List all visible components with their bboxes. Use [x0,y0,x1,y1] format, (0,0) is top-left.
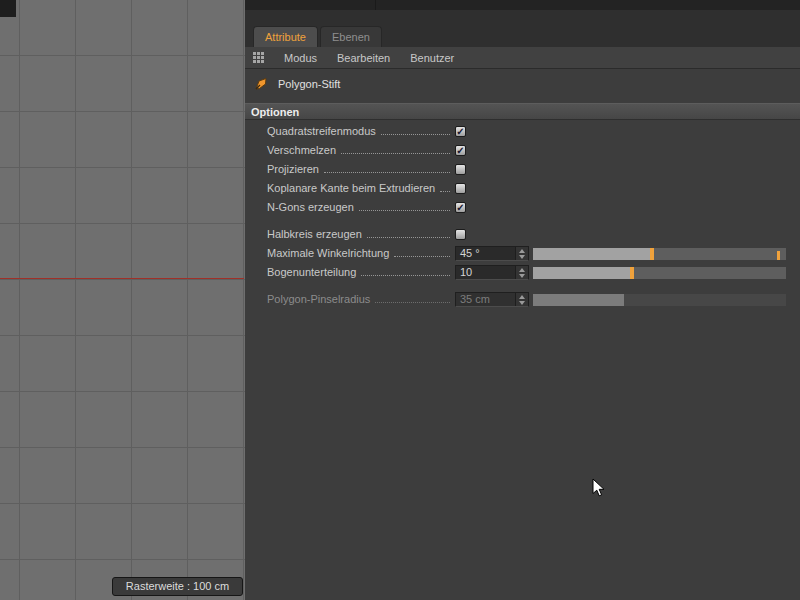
slider-fill [533,267,632,279]
leader-dots [359,210,450,211]
grid-icon[interactable] [253,52,264,63]
pinselradius-field: 35 cm [455,292,529,307]
bogenunterteilung-value[interactable]: 10 [456,266,515,279]
slider-fill [533,294,624,306]
option-label: Projizieren [267,163,319,175]
slider-handle[interactable] [650,248,654,260]
stepper-down-icon[interactable] [519,255,525,259]
checkbox-koplanare-kante[interactable] [455,183,466,194]
leader-dots [324,172,450,173]
pinselradius-slider [533,294,786,306]
option-label: Maximale Winkelrichtung [267,247,389,259]
option-label: N-Gons erzeugen [267,201,354,213]
winkelrichtung-value[interactable]: 45 ° [456,247,515,260]
leader-dots [440,191,450,192]
tool-title: Polygon-Stift [278,78,340,90]
slider-fill [533,248,652,260]
option-row-ngons: N-Gons erzeugen ✓ [245,198,800,217]
panel-top-divider [375,0,376,10]
grid-size-badge: Rasterweite : 100 cm [112,577,243,596]
leader-dots [367,237,450,238]
stepper-control [515,293,528,306]
leader-dots [341,153,450,154]
menu-benutzer[interactable]: Benutzer [410,52,454,64]
option-label: Polygon-Pinselradius [267,293,370,305]
viewport-corner-block [0,0,16,17]
option-row-quadratstreifenmodus: Quadratstreifenmodus ✓ [245,122,800,141]
x-axis-line [0,278,244,279]
section-header-optionen[interactable]: Optionen [245,103,800,120]
mouse-cursor-icon [592,478,605,499]
polygon-pen-icon [253,76,269,92]
bogenunterteilung-field[interactable]: 10 [455,265,529,280]
option-label: Halbkreis erzeugen [267,228,362,240]
menu-modus[interactable]: Modus [284,52,317,64]
winkelrichtung-field[interactable]: 45 ° [455,246,529,261]
tab-ebenen[interactable]: Ebenen [320,26,382,47]
option-row-polygon-pinselradius: Polygon-Pinselradius 35 cm [245,290,800,309]
stepper-up-icon [519,295,525,299]
attribute-manager-panel: Attribute Ebenen Modus Bearbeiten Benutz… [245,0,800,600]
checkbox-ngons[interactable]: ✓ [455,202,466,213]
option-row-maximale-winkelrichtung: Maximale Winkelrichtung 45 ° [245,244,800,263]
slider-end-tick [777,251,780,260]
option-label: Verschmelzen [267,144,336,156]
checkbox-verschmelzen[interactable]: ✓ [455,145,466,156]
menu-bearbeiten[interactable]: Bearbeiten [337,52,390,64]
stepper-control[interactable] [515,266,528,279]
attribute-menubar: Modus Bearbeiten Benutzer [245,47,800,69]
option-row-halbkreis: Halbkreis erzeugen [245,225,800,244]
stepper-down-icon[interactable] [519,274,525,278]
stepper-down-icon [519,301,525,305]
checkbox-projizieren[interactable] [455,164,466,175]
checkbox-halbkreis[interactable] [455,229,466,240]
leader-dots [381,134,450,135]
leader-dots [394,256,450,257]
option-row-bogenunterteilung: Bogenunterteilung 10 [245,263,800,282]
stepper-up-icon[interactable] [519,249,525,253]
panel-tabs: Attribute Ebenen [253,26,382,47]
tool-header: Polygon-Stift [245,72,800,96]
option-row-verschmelzen: Verschmelzen ✓ [245,141,800,160]
viewport-grid[interactable]: Rasterweite : 100 cm [0,0,245,600]
option-label: Koplanare Kante beim Extrudieren [267,182,435,194]
leader-dots [375,302,450,303]
stepper-up-icon[interactable] [519,268,525,272]
option-label: Bogenunterteilung [267,266,356,278]
slider-handle[interactable] [630,267,634,279]
pinselradius-value: 35 cm [456,293,515,306]
tab-attribute[interactable]: Attribute [253,26,318,47]
bogenunterteilung-slider[interactable] [533,267,786,279]
options-rows: Quadratstreifenmodus ✓ Verschmelzen ✓ Pr… [245,122,800,309]
option-row-koplanare-kante: Koplanare Kante beim Extrudieren [245,179,800,198]
option-label: Quadratstreifenmodus [267,125,376,137]
leader-dots [361,275,450,276]
checkbox-quadratstreifenmodus[interactable]: ✓ [455,126,466,137]
winkelrichtung-slider[interactable] [533,248,786,260]
option-row-projizieren: Projizieren [245,160,800,179]
stepper-control[interactable] [515,247,528,260]
